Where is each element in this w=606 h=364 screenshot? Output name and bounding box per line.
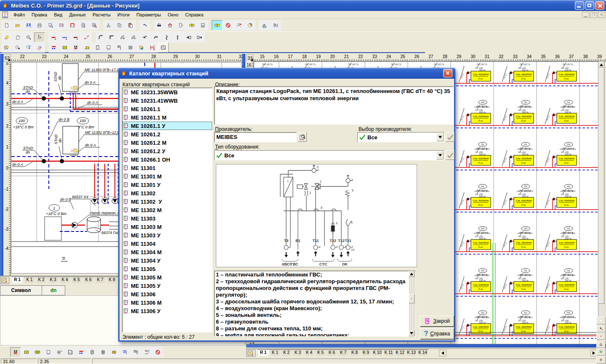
sheet-tab-k6[interactable]: K 6 xyxy=(326,349,338,356)
node-h-button[interactable] xyxy=(212,20,223,30)
line-blue-dash-button[interactable] xyxy=(59,32,70,43)
zoom-arrow-button[interactable] xyxy=(12,43,23,53)
title-bar[interactable]: Meibes C.O. - Primer 25.grd - [Данные - … xyxy=(0,0,606,11)
undo-button[interactable] xyxy=(139,20,150,30)
print-button[interactable] xyxy=(34,20,45,30)
sheet-tab-k2[interactable]: K 2 xyxy=(281,349,292,356)
symbol-column-header[interactable]: Символ xyxy=(0,285,42,295)
notes-scrollbar[interactable]: ≡ xyxy=(409,271,415,336)
catalog-item-me-11301[interactable]: ME 11301 xyxy=(122,164,212,172)
find-button[interactable] xyxy=(154,20,165,30)
shape-cyan-button[interactable] xyxy=(136,43,147,53)
bracket-button[interactable] xyxy=(161,32,172,43)
catalog-item-me-11304-у[interactable]: ME 11304 У xyxy=(122,256,212,265)
node-yellow-button[interactable] xyxy=(109,347,120,357)
sheet-tab-k14[interactable]: K 14 xyxy=(417,349,428,356)
sheet-tab-k4[interactable]: K 4 xyxy=(59,276,71,284)
floorplan-button[interactable] xyxy=(158,43,169,53)
flip-v-button[interactable] xyxy=(259,20,270,30)
open-folder-button[interactable] xyxy=(12,20,23,30)
catalog-item-me-11303[interactable]: ME 11303 xyxy=(122,214,212,223)
par-redblue-button[interactable] xyxy=(48,43,59,53)
sheet-tab-k10[interactable]: K 10 xyxy=(372,349,383,356)
catalog-item-me-11304[interactable]: ME 11304 xyxy=(122,239,212,248)
sheet-tab-r1[interactable]: R 1 xyxy=(11,276,24,284)
sheet-tab-k3[interactable]: K 3 xyxy=(47,276,59,284)
minimize-button[interactable] xyxy=(575,1,584,10)
catalog-item-me-11305-у[interactable]: ME 11305 У xyxy=(122,282,212,290)
tab-scroll-left-button[interactable] xyxy=(439,350,447,356)
paste-button[interactable] xyxy=(125,20,136,30)
sheet-tab-k9[interactable]: K 9 xyxy=(360,349,372,356)
restore-button[interactable] xyxy=(585,1,594,10)
pin-vertical-button[interactable] xyxy=(172,32,183,43)
catalog-item-me-11302[interactable]: ME 11302 xyxy=(122,189,212,197)
corner-square-button[interactable] xyxy=(106,32,117,43)
manufacturer-input[interactable]: MEIBES xyxy=(214,132,297,142)
line-darkred-button[interactable] xyxy=(70,32,81,43)
sheet-tab-k1[interactable]: K 1 xyxy=(269,349,281,356)
box-yellow-line-button[interactable] xyxy=(81,43,92,53)
menu-справка[interactable]: Справка xyxy=(182,11,207,18)
manufacturer-browse-button[interactable] xyxy=(298,132,307,142)
cyl-v-button[interactable] xyxy=(87,347,98,357)
device-pins-button[interactable] xyxy=(43,347,54,357)
scrollbar-thumb[interactable] xyxy=(598,68,604,304)
catalog-item-me-10266.1-oh[interactable]: ME 10266.1 OH xyxy=(122,155,212,164)
table-pencil-button[interactable] xyxy=(1,43,12,53)
zoom-in-button[interactable] xyxy=(23,32,34,43)
catalog-item-me-10261.1-у[interactable]: ME 10261.1 У xyxy=(122,122,212,130)
sheet-tab-k5[interactable]: K 5 xyxy=(315,349,326,356)
dn-column-header[interactable]: dn xyxy=(42,285,65,295)
sheet-tab-k13[interactable]: K 13 xyxy=(406,349,417,356)
menu-параметры[interactable]: Параметры xyxy=(133,11,165,18)
catalog-item-me-10231.41wwb[interactable]: ME 10231.41WWB xyxy=(122,96,212,105)
right-ruler-corner[interactable]: 33 xyxy=(246,54,254,62)
text-angle-button[interactable]: TEXT xyxy=(141,347,152,357)
sheet-tab-k11[interactable]: K 11 xyxy=(383,349,394,356)
copy-button[interactable] xyxy=(114,20,125,30)
sheet-tab-k12[interactable]: K 12 xyxy=(394,349,406,356)
hand-button[interactable] xyxy=(12,32,23,43)
sheet-tab-k8[interactable]: K 8 xyxy=(349,349,360,356)
catalog-item-me-11306[interactable]: ME 11306 xyxy=(122,290,212,298)
polyline-dots-button[interactable] xyxy=(81,32,92,43)
dialog-title-bar[interactable]: Каталог квартирных станций ✕ xyxy=(118,68,455,79)
junction-in-button[interactable] xyxy=(183,32,194,43)
combo-dropdown-arrow[interactable] xyxy=(436,133,444,141)
lines-3-button[interactable] xyxy=(125,43,136,53)
cyl-v2-button[interactable] xyxy=(98,347,109,357)
catalog-item-me-11302-m[interactable]: ME 11302 M xyxy=(122,206,212,214)
zoom-doc-button[interactable] xyxy=(78,20,89,30)
par-redblue-button[interactable] xyxy=(76,347,87,357)
box-yellow-button[interactable] xyxy=(21,347,32,357)
node-h-button[interactable] xyxy=(186,20,197,30)
flip-h-button[interactable] xyxy=(270,20,281,30)
menu-файл[interactable]: Файл xyxy=(10,11,28,18)
catalog-item-me-11305-m[interactable]: ME 11305 M xyxy=(122,273,212,282)
producer-select-combo[interactable]: Все xyxy=(357,132,444,142)
sheet-tab-r1[interactable]: R 1 xyxy=(257,349,269,356)
sheet-tab-k4[interactable]: K 4 xyxy=(303,349,315,356)
sheet-tab-list-button[interactable] xyxy=(246,349,255,357)
no-entry-button[interactable] xyxy=(152,347,163,357)
catalog-item-me-11306-m[interactable]: ME 11306 M xyxy=(122,298,212,307)
user-red-button[interactable] xyxy=(234,20,245,30)
calc-button[interactable] xyxy=(197,20,208,30)
box-yellow-button[interactable] xyxy=(59,43,70,53)
catalog-item-me-10261.1-m[interactable]: ME 10261.1 M xyxy=(122,113,212,122)
catalog-item-me-11301-m[interactable]: ME 11301 M xyxy=(122,172,212,181)
junction-out-button[interactable] xyxy=(194,32,205,43)
catalog-item-me-10261.2[interactable]: ME 10261.2 xyxy=(122,130,212,138)
sheet-tab-k7[interactable]: K 7 xyxy=(338,349,349,356)
zoom-undo-button[interactable] xyxy=(23,43,34,53)
cursor-plus-button[interactable] xyxy=(596,325,606,332)
equipment-apply-button[interactable] xyxy=(446,150,454,160)
w100-button[interactable]: 100 W xyxy=(54,347,65,357)
arc-45-button[interactable]: 45° xyxy=(117,32,128,43)
mdi-restore-button[interactable]: ❐ xyxy=(590,12,597,18)
sheet-tab-k7[interactable]: K 7 xyxy=(94,276,106,284)
dialog-close-button[interactable]: ✕ xyxy=(443,69,452,77)
close-button[interactable] xyxy=(595,1,604,10)
cross-yellow-button[interactable] xyxy=(596,356,606,364)
